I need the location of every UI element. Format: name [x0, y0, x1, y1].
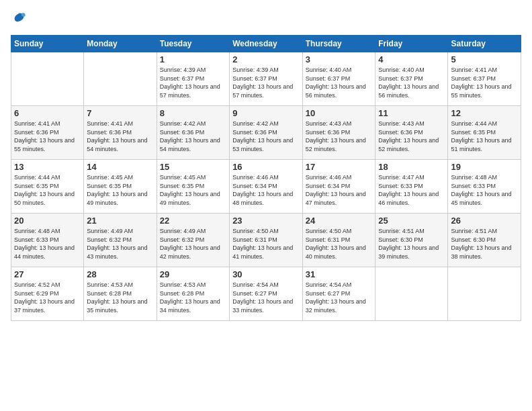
- calendar-cell: [375, 267, 448, 321]
- day-number: 5: [451, 54, 518, 64]
- weekday-monday: Monday: [84, 36, 157, 52]
- page: SundayMondayTuesdayWednesdayThursdayFrid…: [0, 0, 532, 411]
- week-row-2: 6Sunrise: 4:41 AM Sunset: 6:36 PM Daylig…: [11, 106, 521, 160]
- calendar-table: SundayMondayTuesdayWednesdayThursdayFrid…: [11, 35, 521, 321]
- day-info: Sunrise: 4:49 AM Sunset: 6:32 PM Dayligh…: [87, 227, 153, 261]
- calendar-cell: 14Sunrise: 4:45 AM Sunset: 6:35 PM Dayli…: [84, 160, 157, 214]
- calendar-cell: 12Sunrise: 4:44 AM Sunset: 6:35 PM Dayli…: [448, 106, 521, 160]
- day-info: Sunrise: 4:39 AM Sunset: 6:37 PM Dayligh…: [160, 66, 226, 99]
- calendar-cell: 29Sunrise: 4:53 AM Sunset: 6:28 PM Dayli…: [157, 267, 229, 321]
- day-info: Sunrise: 4:42 AM Sunset: 6:36 PM Dayligh…: [160, 120, 226, 153]
- calendar-cell: 26Sunrise: 4:51 AM Sunset: 6:30 PM Dayli…: [448, 214, 521, 267]
- day-info: Sunrise: 4:51 AM Sunset: 6:30 PM Dayligh…: [378, 227, 445, 261]
- calendar-cell: 23Sunrise: 4:50 AM Sunset: 6:31 PM Dayli…: [230, 214, 303, 267]
- calendar-cell: 22Sunrise: 4:49 AM Sunset: 6:32 PM Dayli…: [157, 214, 229, 267]
- calendar-cell: 21Sunrise: 4:49 AM Sunset: 6:32 PM Dayli…: [84, 214, 157, 267]
- calendar-cell: 15Sunrise: 4:45 AM Sunset: 6:35 PM Dayli…: [157, 160, 229, 214]
- calendar-cell: 28Sunrise: 4:53 AM Sunset: 6:28 PM Dayli…: [84, 267, 157, 321]
- calendar-cell: 16Sunrise: 4:46 AM Sunset: 6:34 PM Dayli…: [230, 160, 303, 214]
- day-info: Sunrise: 4:45 AM Sunset: 6:35 PM Dayligh…: [87, 173, 153, 207]
- calendar-cell: 25Sunrise: 4:51 AM Sunset: 6:30 PM Dayli…: [375, 214, 448, 267]
- day-info: Sunrise: 4:46 AM Sunset: 6:34 PM Dayligh…: [232, 173, 300, 207]
- weekday-sunday: Sunday: [11, 36, 84, 52]
- day-info: Sunrise: 4:47 AM Sunset: 6:33 PM Dayligh…: [378, 173, 445, 207]
- day-number: 26: [451, 216, 518, 226]
- day-info: Sunrise: 4:46 AM Sunset: 6:34 PM Dayligh…: [306, 173, 372, 207]
- weekday-saturday: Saturday: [448, 36, 521, 52]
- day-number: 18: [378, 162, 445, 172]
- calendar-cell: 11Sunrise: 4:43 AM Sunset: 6:36 PM Dayli…: [375, 106, 448, 160]
- day-number: 9: [232, 108, 300, 118]
- logo-icon: [11, 11, 27, 27]
- calendar-cell: 13Sunrise: 4:44 AM Sunset: 6:35 PM Dayli…: [11, 160, 84, 214]
- calendar-cell: 7Sunrise: 4:41 AM Sunset: 6:36 PM Daylig…: [84, 106, 157, 160]
- day-info: Sunrise: 4:41 AM Sunset: 6:36 PM Dayligh…: [87, 120, 153, 153]
- day-number: 3: [306, 54, 372, 64]
- calendar-cell: 18Sunrise: 4:47 AM Sunset: 6:33 PM Dayli…: [375, 160, 448, 214]
- week-row-5: 27Sunrise: 4:52 AM Sunset: 6:29 PM Dayli…: [11, 267, 521, 321]
- day-number: 1: [160, 54, 226, 64]
- day-number: 21: [87, 216, 153, 226]
- calendar-cell: 5Sunrise: 4:41 AM Sunset: 6:37 PM Daylig…: [448, 52, 521, 106]
- day-info: Sunrise: 4:43 AM Sunset: 6:36 PM Dayligh…: [306, 120, 372, 153]
- day-info: Sunrise: 4:53 AM Sunset: 6:28 PM Dayligh…: [160, 281, 226, 314]
- calendar-cell: 3Sunrise: 4:40 AM Sunset: 6:37 PM Daylig…: [302, 52, 375, 106]
- day-info: Sunrise: 4:43 AM Sunset: 6:36 PM Dayligh…: [378, 120, 445, 153]
- day-info: Sunrise: 4:54 AM Sunset: 6:27 PM Dayligh…: [232, 281, 300, 314]
- day-info: Sunrise: 4:42 AM Sunset: 6:36 PM Dayligh…: [232, 120, 300, 153]
- calendar-cell: 20Sunrise: 4:48 AM Sunset: 6:33 PM Dayli…: [11, 214, 84, 267]
- day-number: 29: [160, 269, 226, 279]
- day-number: 12: [451, 108, 518, 118]
- day-number: 6: [14, 108, 81, 118]
- day-number: 20: [14, 216, 81, 226]
- day-info: Sunrise: 4:54 AM Sunset: 6:27 PM Dayligh…: [306, 281, 372, 314]
- weekday-tuesday: Tuesday: [157, 36, 229, 52]
- day-info: Sunrise: 4:44 AM Sunset: 6:35 PM Dayligh…: [451, 120, 518, 153]
- day-info: Sunrise: 4:48 AM Sunset: 6:33 PM Dayligh…: [451, 173, 518, 207]
- day-number: 28: [87, 269, 153, 279]
- day-number: 8: [160, 108, 226, 118]
- day-number: 30: [232, 269, 300, 279]
- day-number: 31: [306, 269, 372, 279]
- calendar-cell: 30Sunrise: 4:54 AM Sunset: 6:27 PM Dayli…: [230, 267, 303, 321]
- day-number: 27: [14, 269, 81, 279]
- day-number: 16: [232, 162, 300, 172]
- logo: [11, 11, 30, 27]
- calendar-cell: [84, 52, 157, 106]
- day-number: 7: [87, 108, 153, 118]
- day-number: 22: [160, 216, 226, 226]
- day-info: Sunrise: 4:44 AM Sunset: 6:35 PM Dayligh…: [14, 173, 81, 207]
- day-number: 15: [160, 162, 226, 172]
- week-row-3: 13Sunrise: 4:44 AM Sunset: 6:35 PM Dayli…: [11, 160, 521, 214]
- calendar-cell: 4Sunrise: 4:40 AM Sunset: 6:37 PM Daylig…: [375, 52, 448, 106]
- day-info: Sunrise: 4:53 AM Sunset: 6:28 PM Dayligh…: [87, 281, 153, 314]
- day-info: Sunrise: 4:48 AM Sunset: 6:33 PM Dayligh…: [14, 227, 81, 261]
- day-info: Sunrise: 4:50 AM Sunset: 6:31 PM Dayligh…: [306, 227, 372, 261]
- calendar-cell: 24Sunrise: 4:50 AM Sunset: 6:31 PM Dayli…: [302, 214, 375, 267]
- weekday-header-row: SundayMondayTuesdayWednesdayThursdayFrid…: [11, 36, 521, 52]
- week-row-1: 1Sunrise: 4:39 AM Sunset: 6:37 PM Daylig…: [11, 52, 521, 106]
- calendar-cell: 27Sunrise: 4:52 AM Sunset: 6:29 PM Dayli…: [11, 267, 84, 321]
- day-info: Sunrise: 4:41 AM Sunset: 6:37 PM Dayligh…: [451, 66, 518, 99]
- calendar-cell: 19Sunrise: 4:48 AM Sunset: 6:33 PM Dayli…: [448, 160, 521, 214]
- day-info: Sunrise: 4:49 AM Sunset: 6:32 PM Dayligh…: [160, 227, 226, 261]
- calendar-cell: 10Sunrise: 4:43 AM Sunset: 6:36 PM Dayli…: [302, 106, 375, 160]
- day-number: 4: [378, 54, 445, 64]
- week-row-4: 20Sunrise: 4:48 AM Sunset: 6:33 PM Dayli…: [11, 214, 521, 267]
- calendar-cell: 8Sunrise: 4:42 AM Sunset: 6:36 PM Daylig…: [157, 106, 229, 160]
- day-info: Sunrise: 4:52 AM Sunset: 6:29 PM Dayligh…: [14, 281, 81, 314]
- day-number: 24: [306, 216, 372, 226]
- day-info: Sunrise: 4:50 AM Sunset: 6:31 PM Dayligh…: [232, 227, 300, 261]
- weekday-wednesday: Wednesday: [230, 36, 303, 52]
- weekday-thursday: Thursday: [302, 36, 375, 52]
- day-number: 14: [87, 162, 153, 172]
- calendar-cell: 31Sunrise: 4:54 AM Sunset: 6:27 PM Dayli…: [302, 267, 375, 321]
- calendar-cell: 9Sunrise: 4:42 AM Sunset: 6:36 PM Daylig…: [230, 106, 303, 160]
- day-number: 25: [378, 216, 445, 226]
- calendar-cell: 6Sunrise: 4:41 AM Sunset: 6:36 PM Daylig…: [11, 106, 84, 160]
- day-info: Sunrise: 4:40 AM Sunset: 6:37 PM Dayligh…: [306, 66, 372, 99]
- day-number: 2: [232, 54, 300, 64]
- day-info: Sunrise: 4:40 AM Sunset: 6:37 PM Dayligh…: [378, 66, 445, 99]
- day-info: Sunrise: 4:39 AM Sunset: 6:37 PM Dayligh…: [232, 66, 300, 99]
- day-info: Sunrise: 4:41 AM Sunset: 6:36 PM Dayligh…: [14, 120, 81, 153]
